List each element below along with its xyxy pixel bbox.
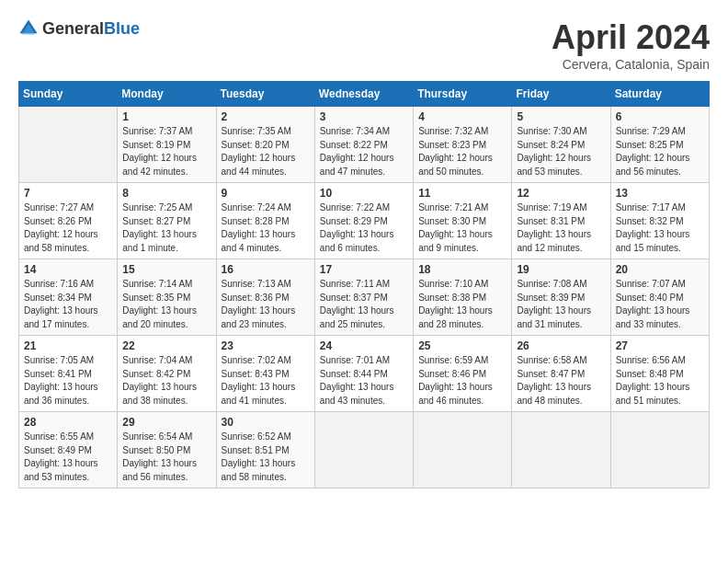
day-detail: Sunrise: 7:11 AM Sunset: 8:37 PM Dayligh… — [320, 278, 408, 331]
day-detail: Sunrise: 7:13 AM Sunset: 8:36 PM Dayligh… — [222, 278, 310, 331]
day-number: 17 — [320, 263, 408, 276]
day-cell: 7Sunrise: 7:27 AM Sunset: 8:26 PM Daylig… — [19, 183, 118, 259]
col-header-thursday: Thursday — [414, 82, 512, 107]
day-cell: 9Sunrise: 7:24 AM Sunset: 8:28 PM Daylig… — [216, 183, 314, 259]
day-number: 26 — [517, 339, 605, 352]
day-cell: 4Sunrise: 7:32 AM Sunset: 8:23 PM Daylig… — [414, 107, 512, 183]
day-number: 23 — [222, 339, 310, 352]
calendar-header-row: SundayMondayTuesdayWednesdayThursdayFrid… — [19, 82, 710, 107]
day-detail: Sunrise: 7:04 AM Sunset: 8:42 PM Dayligh… — [122, 354, 210, 408]
day-number: 3 — [320, 110, 408, 123]
title-block: April 2024 Cervera, Catalonia, Spain — [552, 18, 710, 72]
day-number: 1 — [122, 110, 210, 123]
day-number: 7 — [24, 187, 112, 200]
day-detail: Sunrise: 7:29 AM Sunset: 8:25 PM Dayligh… — [616, 125, 704, 178]
day-number: 8 — [122, 187, 210, 200]
day-cell: 22Sunrise: 7:04 AM Sunset: 8:42 PM Dayli… — [118, 336, 216, 412]
day-number: 10 — [320, 187, 408, 200]
page-header: GeneralBlue April 2024 Cervera, Cataloni… — [18, 18, 710, 72]
month-year: April 2024 — [552, 18, 710, 57]
day-cell: 2Sunrise: 7:35 AM Sunset: 8:20 PM Daylig… — [216, 107, 314, 183]
day-cell: 1Sunrise: 7:37 AM Sunset: 8:19 PM Daylig… — [118, 107, 216, 183]
col-header-sunday: Sunday — [19, 82, 118, 107]
day-number: 9 — [222, 187, 310, 200]
logo-general: General — [42, 19, 104, 38]
day-detail: Sunrise: 7:24 AM Sunset: 8:28 PM Dayligh… — [222, 201, 310, 255]
col-header-tuesday: Tuesday — [216, 82, 314, 107]
calendar-table: SundayMondayTuesdayWednesdayThursdayFrid… — [18, 81, 710, 488]
day-cell: 6Sunrise: 7:29 AM Sunset: 8:25 PM Daylig… — [610, 107, 709, 183]
day-cell: 18Sunrise: 7:10 AM Sunset: 8:38 PM Dayli… — [414, 259, 512, 336]
day-detail: Sunrise: 7:32 AM Sunset: 8:23 PM Dayligh… — [418, 125, 506, 178]
day-cell: 10Sunrise: 7:22 AM Sunset: 8:29 PM Dayli… — [314, 183, 413, 259]
day-number: 19 — [517, 263, 605, 276]
day-cell: 28Sunrise: 6:55 AM Sunset: 8:49 PM Dayli… — [19, 412, 118, 488]
day-number: 22 — [122, 339, 210, 352]
col-header-wednesday: Wednesday — [314, 82, 413, 107]
col-header-saturday: Saturday — [610, 82, 709, 107]
day-detail: Sunrise: 7:34 AM Sunset: 8:22 PM Dayligh… — [320, 125, 408, 178]
day-cell: 15Sunrise: 7:14 AM Sunset: 8:35 PM Dayli… — [118, 259, 216, 336]
day-cell — [512, 412, 610, 488]
day-detail: Sunrise: 7:37 AM Sunset: 8:19 PM Dayligh… — [122, 125, 210, 178]
day-detail: Sunrise: 7:10 AM Sunset: 8:38 PM Dayligh… — [418, 278, 506, 331]
day-detail: Sunrise: 7:01 AM Sunset: 8:44 PM Dayligh… — [320, 354, 408, 408]
day-detail: Sunrise: 7:14 AM Sunset: 8:35 PM Dayligh… — [122, 278, 210, 331]
day-number: 16 — [222, 263, 310, 276]
calendar-body: 1Sunrise: 7:37 AM Sunset: 8:19 PM Daylig… — [19, 107, 710, 488]
day-cell: 21Sunrise: 7:05 AM Sunset: 8:41 PM Dayli… — [19, 336, 118, 412]
day-number: 21 — [24, 339, 112, 352]
day-cell: 17Sunrise: 7:11 AM Sunset: 8:37 PM Dayli… — [314, 259, 413, 336]
day-cell: 3Sunrise: 7:34 AM Sunset: 8:22 PM Daylig… — [314, 107, 413, 183]
day-detail: Sunrise: 7:02 AM Sunset: 8:43 PM Dayligh… — [222, 354, 310, 408]
day-number: 4 — [418, 110, 506, 123]
day-number: 20 — [616, 263, 704, 276]
logo-icon — [18, 18, 39, 39]
day-number: 14 — [24, 263, 112, 276]
day-detail: Sunrise: 7:16 AM Sunset: 8:34 PM Dayligh… — [24, 278, 112, 331]
day-cell — [19, 107, 118, 183]
day-detail: Sunrise: 7:22 AM Sunset: 8:29 PM Dayligh… — [320, 201, 408, 255]
day-number: 2 — [222, 110, 310, 123]
week-row-1: 1Sunrise: 7:37 AM Sunset: 8:19 PM Daylig… — [19, 107, 710, 183]
day-number: 15 — [122, 263, 210, 276]
day-detail: Sunrise: 6:56 AM Sunset: 8:48 PM Dayligh… — [616, 354, 704, 408]
day-detail: Sunrise: 6:55 AM Sunset: 8:49 PM Dayligh… — [24, 431, 112, 484]
day-cell: 30Sunrise: 6:52 AM Sunset: 8:51 PM Dayli… — [216, 412, 314, 488]
day-detail: Sunrise: 7:25 AM Sunset: 8:27 PM Dayligh… — [122, 201, 210, 255]
col-header-monday: Monday — [118, 82, 216, 107]
day-detail: Sunrise: 7:05 AM Sunset: 8:41 PM Dayligh… — [24, 354, 112, 408]
day-detail: Sunrise: 7:07 AM Sunset: 8:40 PM Dayligh… — [616, 278, 704, 331]
logo-blue: Blue — [104, 19, 140, 38]
day-number: 5 — [517, 110, 605, 123]
day-cell: 20Sunrise: 7:07 AM Sunset: 8:40 PM Dayli… — [610, 259, 709, 336]
day-detail: Sunrise: 7:21 AM Sunset: 8:30 PM Dayligh… — [418, 201, 506, 255]
week-row-5: 28Sunrise: 6:55 AM Sunset: 8:49 PM Dayli… — [19, 412, 710, 488]
day-cell: 11Sunrise: 7:21 AM Sunset: 8:30 PM Dayli… — [414, 183, 512, 259]
day-cell: 24Sunrise: 7:01 AM Sunset: 8:44 PM Dayli… — [314, 336, 413, 412]
day-cell — [414, 412, 512, 488]
day-cell: 26Sunrise: 6:58 AM Sunset: 8:47 PM Dayli… — [512, 336, 610, 412]
day-cell: 8Sunrise: 7:25 AM Sunset: 8:27 PM Daylig… — [118, 183, 216, 259]
day-number: 25 — [418, 339, 506, 352]
day-number: 18 — [418, 263, 506, 276]
day-number: 6 — [616, 110, 704, 123]
day-cell: 16Sunrise: 7:13 AM Sunset: 8:36 PM Dayli… — [216, 259, 314, 336]
logo: GeneralBlue — [18, 18, 140, 39]
day-number: 30 — [222, 416, 310, 429]
col-header-friday: Friday — [512, 82, 610, 107]
day-cell — [314, 412, 413, 488]
day-number: 24 — [320, 339, 408, 352]
day-cell: 25Sunrise: 6:59 AM Sunset: 8:46 PM Dayli… — [414, 336, 512, 412]
day-number: 13 — [616, 187, 704, 200]
day-cell: 27Sunrise: 6:56 AM Sunset: 8:48 PM Dayli… — [610, 336, 709, 412]
day-detail: Sunrise: 7:27 AM Sunset: 8:26 PM Dayligh… — [24, 201, 112, 255]
day-number: 12 — [517, 187, 605, 200]
day-number: 27 — [616, 339, 704, 352]
day-detail: Sunrise: 7:35 AM Sunset: 8:20 PM Dayligh… — [222, 125, 310, 178]
location: Cervera, Catalonia, Spain — [552, 57, 710, 72]
day-cell: 23Sunrise: 7:02 AM Sunset: 8:43 PM Dayli… — [216, 336, 314, 412]
day-cell: 12Sunrise: 7:19 AM Sunset: 8:31 PM Dayli… — [512, 183, 610, 259]
day-detail: Sunrise: 6:58 AM Sunset: 8:47 PM Dayligh… — [517, 354, 605, 408]
day-cell: 13Sunrise: 7:17 AM Sunset: 8:32 PM Dayli… — [610, 183, 709, 259]
